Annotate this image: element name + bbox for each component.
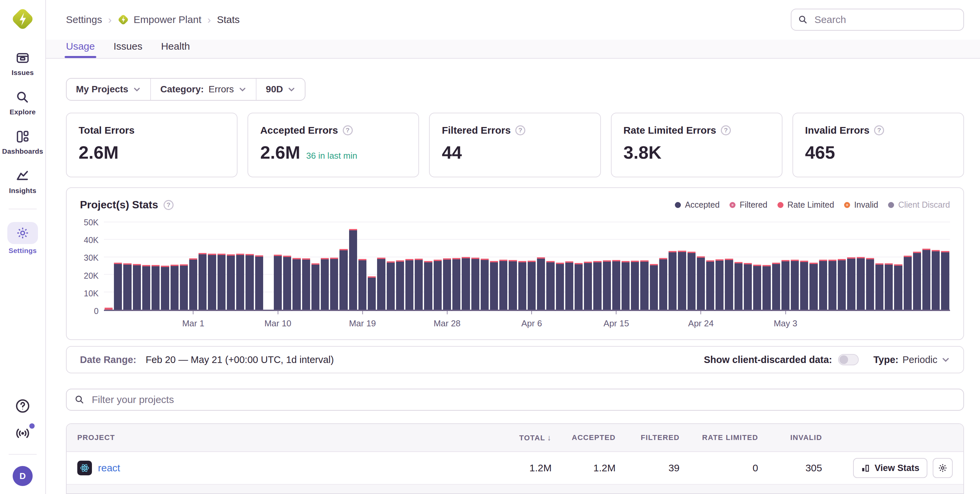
chart-bar-slot [142,222,151,310]
chart-bar-slot [292,222,301,310]
chart-bar-slot [799,222,809,310]
help-tooltip-icon[interactable]: ? [721,125,731,135]
category-dropdown[interactable]: Category: Errors [150,79,256,100]
column-header-filtered[interactable]: FILTERED [616,433,679,442]
chevron-down-icon [239,85,247,93]
chart-bar [500,260,508,310]
legend-item-accepted[interactable]: Accepted [675,200,719,210]
help-icon[interactable] [15,398,31,414]
sentry-logo[interactable] [12,8,33,30]
column-header-project[interactable]: PROJECT [77,433,488,442]
chart-bar-slot [518,222,527,310]
chart-bar [406,259,414,310]
chart-bar [612,260,620,310]
sidebar-item-explore[interactable]: Explore [0,89,45,116]
chart-bar [668,251,676,310]
chart-bar-slot [865,222,875,310]
dashboards-icon [15,129,30,145]
tab-issues[interactable]: Issues [114,41,143,58]
chart-bar [199,253,207,310]
sidebar-item-insights[interactable]: Insights [0,168,45,194]
chevron-right-icon: › [207,14,211,26]
chart-bar-slot [320,222,329,310]
next-row-partial [67,484,963,493]
sidebar: Issues Explore Dashboard [0,0,46,494]
tab-usage[interactable]: Usage [66,41,95,58]
chart-title: Project(s) Stats [80,199,158,211]
chart-bar [885,263,893,310]
main-area: Settings › Empower Plant › Stats [46,0,980,494]
period-dropdown[interactable]: 90D [256,79,305,100]
help-tooltip-icon[interactable]: ? [874,125,884,135]
y-axis-labels: 010K20K30K40K50K [80,222,104,311]
cell-total: 1.2M [488,462,552,474]
chart-bar [565,261,573,310]
stat-card-label: Invalid Errors [805,125,869,136]
chart-bar-slot [583,222,593,310]
category-value: Errors [208,84,234,95]
stat-card-value: 44 [442,142,462,163]
sidebar-item-label: Settings [9,247,37,255]
column-header-invalid[interactable]: INVALID [758,433,822,442]
sidebar-item-settings[interactable]: Settings [0,222,45,255]
chart-bar-slot [442,222,452,310]
y-axis-tick-label: 10K [84,288,99,298]
chart-bar-slot [348,222,358,310]
project-selector-dropdown[interactable]: My Projects [67,79,150,100]
legend-item-invalid[interactable]: Invalid [844,200,878,210]
chart-bar-slot [696,222,706,310]
chart-bar-slot [414,222,423,310]
chart-bar-slot [940,222,950,310]
period-value: 90D [266,84,283,95]
broadcast-icon[interactable] [15,425,31,441]
toggle-knob [839,355,848,364]
help-tooltip-icon[interactable]: ? [515,125,525,135]
column-header-total[interactable]: TOTAL↓ [488,433,552,442]
react-platform-icon [77,461,92,475]
tab-health[interactable]: Health [161,41,190,58]
chart-bar-slot [499,222,508,310]
chart-bar [189,258,197,310]
legend-item-rate-limited[interactable]: Rate Limited [778,200,834,210]
chart-bar [283,256,291,310]
project-settings-button[interactable] [933,458,953,478]
column-header-rate-limited[interactable]: RATE LIMITED [679,433,758,442]
chart-bar-slot [659,222,668,310]
chart-bar [687,252,695,310]
chart-bar-slot [706,222,715,310]
chart-bar [349,229,357,310]
sidebar-bottom: D [0,398,45,486]
help-tooltip-icon[interactable]: ? [164,200,173,210]
breadcrumb-organization[interactable]: Empower Plant [118,14,201,25]
column-header-accepted[interactable]: ACCEPTED [552,433,616,442]
breadcrumb-settings[interactable]: Settings [66,14,102,25]
legend-dot [778,202,783,208]
legend-item-filtered[interactable]: Filtered [730,200,767,210]
legend-label: Accepted [685,200,719,210]
chart-bar [753,265,761,310]
chart-bar [537,257,545,310]
global-search[interactable] [791,9,964,31]
help-tooltip-icon[interactable]: ? [343,125,353,135]
view-stats-button[interactable]: View Stats [853,458,928,478]
project-filter[interactable] [66,389,964,411]
legend-item-client-discard[interactable]: Client Discard [888,200,950,210]
stat-card-value: 3.8K [624,142,662,163]
user-avatar[interactable]: D [13,466,33,486]
project-filter-input[interactable] [90,393,955,406]
chart-bar-slot [536,222,546,310]
project-link[interactable]: react [98,462,120,474]
chart-bar [236,254,244,310]
chart-bar [735,262,743,310]
chart-bar-slot [922,222,931,310]
sidebar-item-dashboards[interactable]: Dashboards [0,129,45,155]
client-discard-toggle[interactable] [838,354,859,365]
global-search-input[interactable] [813,13,957,26]
chevron-right-icon: › [108,14,111,26]
legend-dot [730,202,735,208]
legend-label: Rate Limited [788,200,834,210]
type-dropdown[interactable]: Type: Periodic [873,354,950,365]
sidebar-item-label: Insights [9,186,36,194]
chart-bar-slot [461,222,470,310]
sidebar-item-issues[interactable]: Issues [0,50,45,76]
